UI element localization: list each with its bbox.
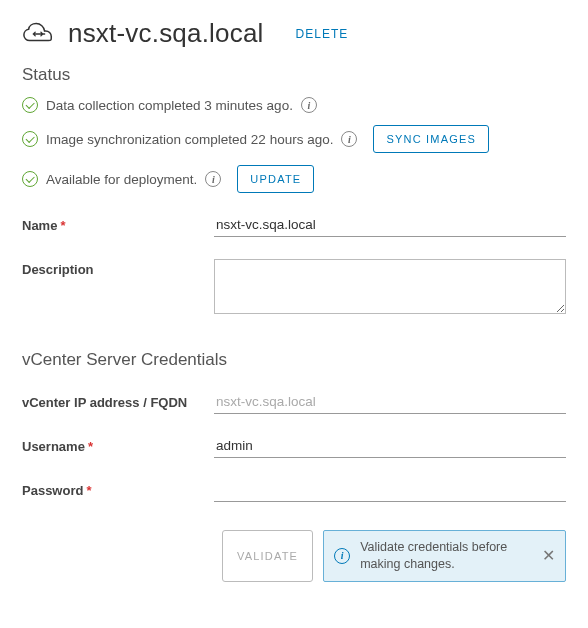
info-icon[interactable]: i <box>205 171 221 187</box>
username-field-row: Username* <box>22 436 566 458</box>
status-text: Available for deployment. <box>46 172 197 187</box>
status-text: Data collection completed 3 minutes ago. <box>46 98 293 113</box>
info-icon: i <box>334 548 350 564</box>
check-icon <box>22 171 38 187</box>
password-field-row: Password* <box>22 480 566 502</box>
info-icon[interactable]: i <box>301 97 317 113</box>
ip-label: vCenter IP address / FQDN <box>22 392 202 412</box>
status-text: Image synchronization completed 22 hours… <box>46 132 333 147</box>
delete-button[interactable]: DELETE <box>296 27 349 41</box>
validate-button[interactable]: VALIDATE <box>222 530 313 582</box>
username-input[interactable] <box>214 436 566 458</box>
page-title: nsxt-vc.sqa.local <box>68 18 264 49</box>
info-icon[interactable]: i <box>341 131 357 147</box>
alert-text: Validate credentials before making chang… <box>360 539 532 573</box>
username-label: Username* <box>22 436 202 456</box>
description-label: Description <box>22 259 202 279</box>
check-icon <box>22 131 38 147</box>
status-row-data-collection: Data collection completed 3 minutes ago.… <box>22 97 566 113</box>
cloud-sync-icon <box>22 21 56 47</box>
ip-field-row: vCenter IP address / FQDN <box>22 392 566 414</box>
status-row-deployment: Available for deployment. i UPDATE <box>22 165 566 193</box>
validate-alert: i Validate credentials before making cha… <box>323 530 566 582</box>
description-field-row: Description <box>22 259 566 314</box>
sync-images-button[interactable]: SYNC IMAGES <box>373 125 489 153</box>
validate-row: VALIDATE i Validate credentials before m… <box>22 530 566 582</box>
name-label: Name* <box>22 215 202 235</box>
name-input[interactable] <box>214 215 566 237</box>
close-icon[interactable]: ✕ <box>542 548 555 564</box>
status-row-image-sync: Image synchronization completed 22 hours… <box>22 125 566 153</box>
vcenter-ip-input[interactable] <box>214 392 566 414</box>
check-icon <box>22 97 38 113</box>
name-field-row: Name* <box>22 215 566 237</box>
status-heading: Status <box>22 65 566 85</box>
description-textarea[interactable] <box>214 259 566 314</box>
update-button[interactable]: UPDATE <box>237 165 314 193</box>
page-header: nsxt-vc.sqa.local DELETE <box>22 18 566 49</box>
password-input[interactable] <box>214 480 566 502</box>
password-label: Password* <box>22 480 202 500</box>
credentials-heading: vCenter Server Credentials <box>22 350 566 370</box>
